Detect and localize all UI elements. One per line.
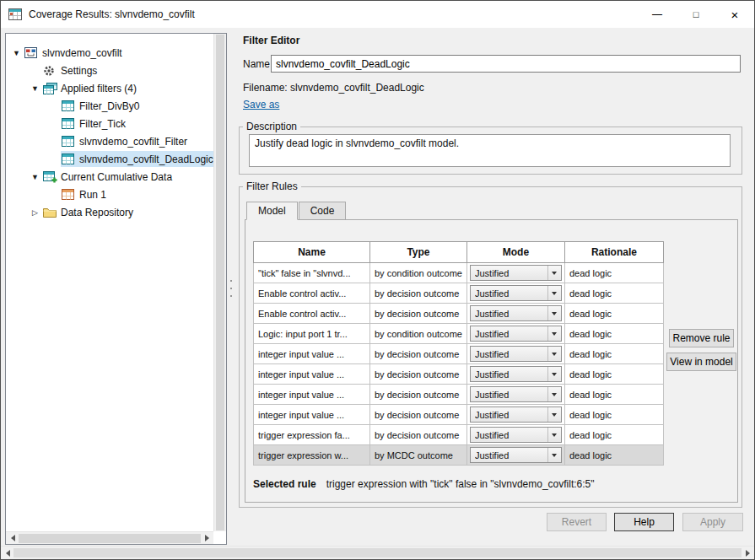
maximize-button[interactable]: □ <box>677 1 715 28</box>
scrollbar-thumb[interactable] <box>19 534 201 543</box>
tree-item-slvnvdemo-covfilt-deadlogic[interactable]: slvnvdemo_covfilt_DeadLogic <box>6 150 213 168</box>
help-button[interactable]: Help <box>614 513 674 531</box>
rule-mode-cell: Justified <box>466 263 564 283</box>
mode-dropdown[interactable]: Justified <box>470 265 562 281</box>
rule-row[interactable]: integer input value ...by decision outco… <box>254 344 664 364</box>
panel-title: Filter Editor <box>243 35 299 46</box>
description-textarea[interactable]: Justify dead logic in slvnvdemo_covfilt … <box>249 134 731 167</box>
scrollbar-thumb[interactable] <box>13 548 742 557</box>
filename-label: Filename: <box>243 82 288 94</box>
window-horizontal-scrollbar[interactable] <box>1 546 754 559</box>
view-in-model-button[interactable]: View in model <box>666 353 736 371</box>
filter-icon <box>62 118 77 129</box>
tree-item-slvnvdemo-covfilt-filter[interactable]: slvnvdemo_covfilt_Filter <box>6 132 213 150</box>
rule-row[interactable]: integer input value ...by decision outco… <box>254 364 664 385</box>
panel-splitter[interactable] <box>229 280 234 297</box>
rule-rationale-cell: dead logic <box>564 445 663 466</box>
rule-mode-cell: Justified <box>466 283 564 304</box>
mode-dropdown[interactable]: Justified <box>470 305 562 321</box>
rule-row[interactable]: integer input value ...by decision outco… <box>254 405 664 425</box>
name-input[interactable] <box>271 55 741 73</box>
table-header-row: Name Type Mode Rationale <box>254 242 664 263</box>
chevron-down-icon <box>547 428 561 442</box>
rule-name-cell: Enable control activ... <box>254 304 370 324</box>
name-label: Name <box>243 58 270 70</box>
tree-item-settings[interactable]: Settings <box>6 62 213 79</box>
scroll-left-button[interactable] <box>1 547 13 559</box>
filter-icon <box>62 136 77 147</box>
filename-text: Filename: slvnvdemo_covfilt_DeadLogic <box>243 82 424 94</box>
tree-item-label: slvnvdemo_covfilt <box>42 47 122 59</box>
rule-row[interactable]: Enable control activ...by decision outco… <box>254 304 664 324</box>
remove-rule-button[interactable]: Remove rule <box>669 329 734 347</box>
chevron-down-icon <box>547 448 561 462</box>
tree-item-data-repository[interactable]: ▷Data Repository <box>6 203 213 221</box>
mode-dropdown-value: Justified <box>475 329 547 339</box>
rule-type-cell: by condition outcome <box>370 324 467 344</box>
filter-editor-panel: Filter Editor Name Filename: slvnvdemo_c… <box>237 33 754 547</box>
rule-row[interactable]: Enable control activ...by decision outco… <box>254 283 664 304</box>
filter-rules-table: Name Type Mode Rationale "tick" false in… <box>253 241 664 466</box>
tree-item-filter-tick[interactable]: Filter_Tick <box>6 115 213 132</box>
chevron-down-icon <box>547 286 561 300</box>
window-title: Coverage Results: slvnvdemo_covfilt <box>29 8 195 20</box>
rule-name-cell: integer input value ... <box>254 344 370 364</box>
collapse-arrow-icon[interactable]: ▼ <box>9 49 24 57</box>
minimize-button[interactable]: — <box>638 1 677 28</box>
mode-dropdown[interactable]: Justified <box>470 447 562 463</box>
close-button[interactable]: × <box>715 1 754 28</box>
tree-item-current-cumulative-data[interactable]: ▼Current Cumulative Data <box>6 168 213 186</box>
selected-rule-label: Selected rule <box>253 478 316 490</box>
mode-dropdown[interactable]: Justified <box>470 427 562 443</box>
rule-rationale-cell: dead logic <box>564 425 663 445</box>
mode-dropdown[interactable]: Justified <box>470 386 562 402</box>
app-icon <box>8 8 23 21</box>
tree-item-run-1[interactable]: Run 1 <box>6 186 213 203</box>
rule-row[interactable]: integer input value ...by decision outco… <box>254 385 664 405</box>
chevron-down-icon <box>547 326 561 341</box>
tab-code[interactable]: Code <box>299 202 347 220</box>
filename-value: slvnvdemo_covfilt_DeadLogic <box>290 82 424 94</box>
apply-button[interactable]: Apply <box>682 513 743 531</box>
scrollbar-thumb[interactable] <box>216 35 224 530</box>
collapse-arrow-icon[interactable]: ▼ <box>28 84 42 93</box>
coverage-results-window: Coverage Results: slvnvdemo_covfilt — □ … <box>0 0 755 560</box>
mode-dropdown[interactable]: Justified <box>470 407 562 423</box>
description-group: Description Justify dead logic in slvnvd… <box>239 127 742 175</box>
tree-item-filter-divby0[interactable]: Filter_DivBy0 <box>6 97 213 115</box>
rule-rationale-cell: dead logic <box>564 405 663 425</box>
rule-row[interactable]: Logic: input port 1 tr...by condition ou… <box>254 324 664 344</box>
collapse-arrow-icon[interactable]: ▼ <box>28 173 42 181</box>
rule-row[interactable]: "tick" false in "slvnvd...by condition o… <box>254 263 664 283</box>
tree-item-label: slvnvdemo_covfilt_Filter <box>79 136 187 148</box>
save-as-link[interactable]: Save as <box>243 99 279 110</box>
mode-dropdown[interactable]: Justified <box>470 346 562 362</box>
expand-arrow-icon[interactable]: ▷ <box>28 208 42 217</box>
scroll-right-button[interactable] <box>201 532 213 545</box>
rule-row[interactable]: trigger expression w...by MCDC outcomeJu… <box>254 445 664 466</box>
col-header-type: Type <box>370 242 467 263</box>
tree-item-slvnvdemo-covfilt[interactable]: ▼slvnvdemo_covfilt <box>6 44 213 62</box>
mode-dropdown-value: Justified <box>475 349 547 359</box>
mode-dropdown[interactable]: Justified <box>470 366 562 382</box>
rule-row[interactable]: trigger expression fa...by decision outc… <box>254 425 664 445</box>
rule-type-cell: by decision outcome <box>370 364 467 385</box>
scroll-left-button[interactable] <box>6 532 19 545</box>
scroll-right-button[interactable] <box>742 547 754 559</box>
chevron-down-icon <box>547 266 561 280</box>
tree-item-applied-filters[interactable]: ▼Applied filters (4) <box>6 79 213 97</box>
tree-horizontal-scrollbar[interactable] <box>6 531 213 544</box>
applied-filters-icon <box>43 83 58 94</box>
mode-dropdown[interactable]: Justified <box>470 285 562 301</box>
tab-model[interactable]: Model <box>246 202 298 220</box>
rule-name-cell: integer input value ... <box>254 385 370 405</box>
rules-tabs: Model Code <box>246 202 347 220</box>
tree-vertical-scrollbar[interactable] <box>213 34 226 531</box>
mode-dropdown[interactable]: Justified <box>470 326 562 342</box>
rule-name-cell: trigger expression fa... <box>254 425 370 445</box>
rule-type-cell: by decision outcome <box>370 344 467 364</box>
mode-dropdown-value: Justified <box>475 309 547 319</box>
revert-button[interactable]: Revert <box>547 513 607 531</box>
chevron-down-icon <box>547 367 561 381</box>
folder-icon <box>43 207 58 218</box>
